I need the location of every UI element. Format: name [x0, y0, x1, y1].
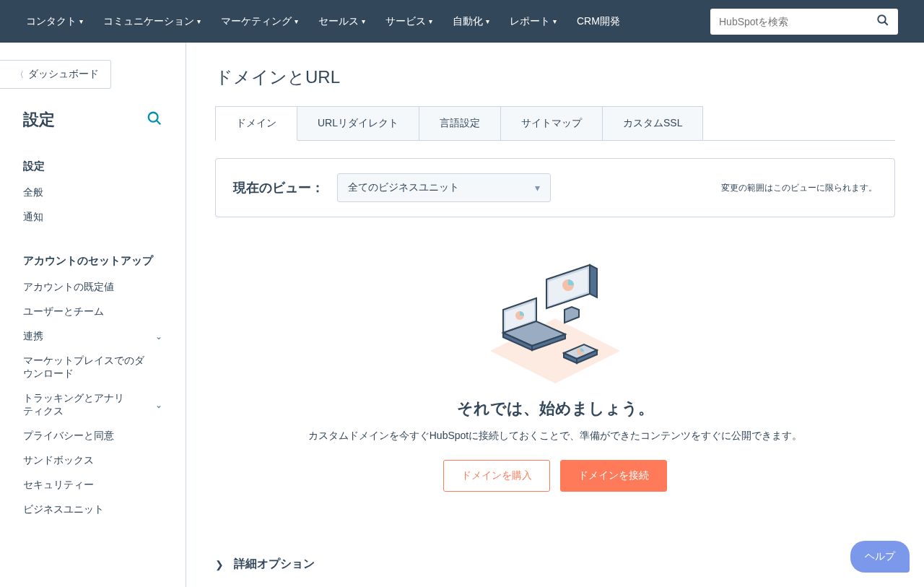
section-title-account-setup: アカウントのセットアップ [0, 243, 186, 275]
nav-automation[interactable]: 自動化▾ [453, 15, 489, 28]
main-content: ドメインとURL ドメイン URLリダイレクト 言語設定 サイトマップ カスタム… [186, 43, 924, 587]
details-label: 詳細オプション [234, 557, 315, 572]
chevron-down-icon: ▾ [197, 17, 201, 25]
tab-url-redirect[interactable]: URLリダイレクト [297, 106, 419, 140]
sidebar-item-general[interactable]: 全般 [0, 181, 186, 205]
sidebar-item-privacy[interactable]: プライバシーと同意 [0, 424, 186, 448]
svg-point-0 [878, 15, 886, 23]
empty-title: それでは、始めましょう。 [295, 398, 815, 419]
nav-marketing[interactable]: マーケティング▾ [221, 15, 298, 28]
view-select-value: 全てのビジネスユニット [348, 181, 459, 194]
sidebar-item-tracking[interactable]: トラッキングとアナリティクス⌄ [0, 386, 186, 424]
chevron-down-icon: ▾ [362, 17, 365, 25]
sidebar-item-business-unit[interactable]: ビジネスユニット [0, 497, 186, 522]
tab-custom-ssl[interactable]: カスタムSSL [602, 106, 703, 140]
connect-domain-button[interactable]: ドメインを接続 [560, 460, 667, 492]
chevron-left-icon: 〈 [16, 69, 24, 80]
chevron-down-icon: ▾ [79, 17, 83, 25]
sidebar-item-notifications[interactable]: 通知 [0, 205, 186, 230]
chevron-down-icon: ▾ [553, 17, 557, 25]
section-title-settings: 設定 [0, 148, 186, 181]
sidebar-item-security[interactable]: セキュリティー [0, 473, 186, 497]
view-selector-panel: 現在のビュー： 全てのビジネスユニット ▾ 変更の範囲はこのビューに限られます。 [215, 158, 895, 217]
page-title: ドメインとURL [215, 66, 895, 89]
view-note: 変更の範囲はこのビューに限られます。 [721, 182, 877, 194]
tabs: ドメイン URLリダイレクト 言語設定 サイトマップ カスタムSSL [215, 106, 895, 141]
back-to-dashboard-button[interactable]: 〈 ダッシュボード [0, 60, 111, 89]
sidebar-item-marketplace[interactable]: マーケットプレイスでのダウンロード [0, 349, 186, 386]
buy-domain-button[interactable]: ドメインを購入 [443, 460, 550, 492]
sidebar-item-account-defaults[interactable]: アカウントの既定値 [0, 275, 186, 300]
back-label: ダッシュボード [28, 68, 99, 81]
nav-menu: コンタクト▾ コミュニケーション▾ マーケティング▾ セールス▾ サービス▾ 自… [26, 15, 710, 28]
details-toggle[interactable]: ❯ 詳細オプション [215, 557, 895, 572]
search-icon[interactable] [147, 110, 162, 130]
nav-crm-dev[interactable]: CRM開発 [577, 15, 620, 28]
svg-marker-9 [565, 307, 579, 323]
svg-line-3 [157, 120, 161, 124]
sidebar-item-users-teams[interactable]: ユーザーとチーム [0, 300, 186, 324]
nav-communication[interactable]: コミュニケーション▾ [103, 15, 201, 28]
tab-sitemap[interactable]: サイトマップ [500, 106, 603, 140]
settings-header: 設定 [0, 109, 186, 148]
help-button[interactable]: ヘルプ [850, 541, 910, 573]
view-label: 現在のビュー： [233, 179, 324, 196]
search-input[interactable] [719, 16, 876, 27]
chevron-right-icon: ❯ [215, 559, 224, 570]
chevron-down-icon: ▾ [535, 182, 540, 194]
svg-point-2 [149, 112, 158, 121]
svg-marker-6 [590, 265, 597, 297]
nav-contacts[interactable]: コンタクト▾ [26, 15, 83, 28]
chevron-down-icon: ▾ [486, 17, 489, 25]
nav-reports[interactable]: レポート▾ [510, 15, 557, 28]
svg-line-1 [884, 22, 888, 25]
chevron-down-icon: ⌄ [155, 400, 162, 410]
sidebar-title: 設定 [23, 109, 55, 131]
empty-description: カスタムドメインを今すぐHubSpotに接続しておくことで、準備ができたコンテン… [295, 430, 815, 443]
empty-state: それでは、始めましょう。 カスタムドメインを今すぐHubSpotに接続しておくこ… [295, 261, 815, 492]
sidebar: 〈 ダッシュボード 設定 設定 全般 通知 アカウントのセットアップ アカウント… [0, 43, 186, 587]
chevron-down-icon: ▾ [295, 17, 298, 25]
chevron-down-icon: ⌄ [155, 331, 162, 342]
empty-actions: ドメインを購入 ドメインを接続 [295, 460, 815, 492]
tab-language[interactable]: 言語設定 [419, 106, 501, 140]
tab-domain[interactable]: ドメイン [215, 106, 297, 141]
search-box[interactable] [710, 9, 898, 35]
sidebar-item-integrations[interactable]: 連携⌄ [0, 324, 186, 349]
sidebar-item-sandbox[interactable]: サンドボックス [0, 448, 186, 473]
nav-sales[interactable]: セールス▾ [318, 15, 365, 28]
top-navigation: コンタクト▾ コミュニケーション▾ マーケティング▾ セールス▾ サービス▾ 自… [0, 0, 924, 43]
nav-service[interactable]: サービス▾ [385, 15, 432, 28]
search-icon [876, 14, 889, 30]
chevron-down-icon: ▾ [429, 17, 432, 25]
view-select[interactable]: 全てのビジネスユニット ▾ [337, 173, 551, 202]
devices-illustration-icon [483, 261, 627, 383]
